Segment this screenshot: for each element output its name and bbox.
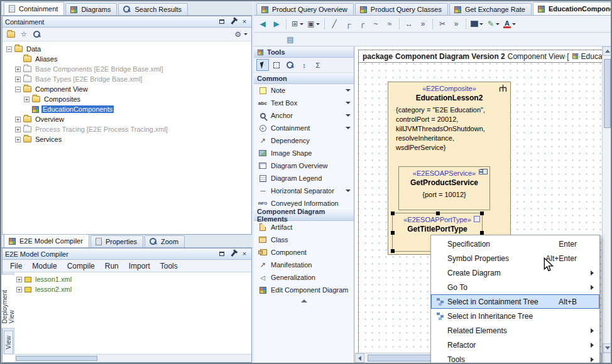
pin-button[interactable] [229,250,238,258]
menu-run[interactable]: Run [100,261,124,271]
menu-item-related-elements[interactable]: Related Elements [431,323,599,338]
tab-e2e-model-compiler[interactable]: E2E Model Compiler [4,234,89,247]
scroll-up-button[interactable] [603,46,612,56]
palette-header[interactable]: Tools [254,46,354,58]
add-shape-button[interactable]: ▣ [306,18,321,30]
menu-item-go-to[interactable]: Go To [431,280,599,294]
tree-item-educationcomponents[interactable]: EducationComponents [4,104,251,114]
palette-item-diagram-legend[interactable]: Diagram Legend [254,172,354,185]
vertical-scrollbar[interactable] [602,46,612,353]
expander-plus[interactable]: + [15,117,21,122]
tab-product-query-classes[interactable]: Product Query Classes [355,3,448,15]
menu-item-refactor[interactable]: Refactor [431,338,599,352]
tree-item-component-view[interactable]: −Component View [4,84,251,94]
compiler-item-lesson2-xml[interactable]: +lesson2.xml [16,284,251,294]
nav-forward-button[interactable]: ▶ [270,18,283,30]
palette-item-manifestation[interactable]: ↗Manifestation [254,259,354,271]
tab-product-query-overview[interactable]: Product Query Overview [256,3,354,15]
palette-item-diagram-overview[interactable]: Diagram Overview [254,159,354,172]
expander-plus[interactable]: + [15,127,21,132]
favorites-button[interactable]: ☆ [19,30,28,38]
palette-item-generalization[interactable]: ◁Generalization [254,271,354,284]
tab-educationcomponent[interactable]: EducationComponent... [533,2,612,15]
menu-item-specification[interactable]: SpecificationEnter [431,237,599,251]
pin-button[interactable] [229,18,238,26]
menu-item-symbol-properties[interactable]: Symbol PropertiesAlt+Enter [431,251,599,265]
palette-item-class[interactable]: Class [254,233,354,246]
summary-tool[interactable]: Σ [312,59,324,71]
palette-item-image-shape[interactable]: Image Shape [254,147,354,159]
selection-handle[interactable] [391,211,395,215]
palette-item-note[interactable]: Note [254,84,354,97]
tree-item-base-types-e2e-bridge-base-xml[interactable]: +Base Types [E2E Bridge Base.xml] [4,74,251,84]
menu-item-tools[interactable]: Tools [431,352,599,364]
menu-compile[interactable]: Compile [62,261,100,271]
palette-item-artifact[interactable]: Artifact [254,221,354,233]
tab-get-exchange-rate[interactable]: Get Exchange Rate [449,3,532,15]
expander-plus[interactable]: + [15,77,21,82]
tree-item-overview[interactable]: +Overview [4,114,251,124]
menu-item-select-in-containment-tree[interactable]: Select in Containment TreeAlt+B [431,294,599,309]
scroll-down-button[interactable] [603,343,612,353]
image-style-button[interactable] [469,18,484,30]
tree-item-data[interactable]: −Data [4,44,251,54]
expander-plus[interactable]: + [16,287,22,292]
menu-module[interactable]: Module [27,261,62,271]
nav-back-button[interactable]: ◀ [256,18,269,30]
selection-handle[interactable] [391,249,395,253]
rectilinear-path-button[interactable]: ┌ [342,18,354,30]
menu-tools[interactable]: Tools [155,261,183,271]
tree-item-composites[interactable]: +Composites [4,94,251,104]
tree-item-base-components-e2e-bridge-base-xml[interactable]: +Base Components [E2E Bridge Base.xml] [4,64,251,74]
tab-search-results[interactable]: Search Results [118,3,188,15]
float-button[interactable] [217,18,226,26]
menu-item-create-diagram[interactable]: Create Diagram [431,265,599,280]
more-edit-chevron[interactable]: » [450,18,462,30]
diagram-info-button[interactable]: ▤ [284,33,297,46]
tree-item-process-tracing-e2e-process-tracing-xml[interactable]: +Process Tracing [E2E Process Tracing.xm… [4,124,251,134]
component-educationlesson2[interactable]: «E2EComposite» EducationLesson2 {categor… [388,82,511,255]
more-tools-chevron[interactable]: » [417,18,429,30]
expander-plus[interactable]: + [16,277,22,282]
palette-section-component-diagram-elements[interactable]: Component Diagram Elements [254,210,354,221]
palette-item-horizontal-separator[interactable]: ----Horizontal Separator [254,185,354,197]
palette-section-common[interactable]: Common [254,73,354,84]
expander-plus[interactable]: + [15,67,21,72]
side-tab-view[interactable]: View [4,331,13,355]
marquee-tool[interactable] [270,59,283,71]
open-button[interactable] [6,30,15,38]
palette-item-containment[interactable]: +Containment [254,122,354,134]
highlighter-button[interactable]: ✎ [486,18,501,30]
selection-handle[interactable] [436,211,440,215]
scrollbar-thumb[interactable] [16,356,97,361]
close-button[interactable]: × [240,18,249,26]
palette-item-anchor[interactable]: Anchor [254,109,354,122]
scrollbar-thumb[interactable] [604,59,611,128]
menu-file[interactable]: File [5,261,27,271]
custom-path-button[interactable]: ≈ [383,18,396,30]
font-color-button[interactable]: A [502,18,517,30]
palette-item-text-box[interactable]: abcText Box [254,97,354,109]
expander-minus[interactable]: − [15,87,21,92]
resize-button[interactable]: ↔ [403,18,415,30]
tree-item-aliases[interactable]: Aliases [4,54,251,64]
layout-button[interactable]: ⊞ [290,18,305,30]
selection-handle[interactable] [391,231,395,235]
component-getproductservice[interactable]: «E2ESOAPService» GetProductService {port… [398,166,490,210]
compiler-tree[interactable]: +lesson1.xml+lesson2.xml [14,272,251,354]
tree-item-services[interactable]: +Services [4,134,251,144]
settings-button[interactable]: ⚙ [234,30,248,39]
curved-path-button[interactable]: ~ [369,18,382,30]
zoom-tool[interactable] [284,59,297,71]
rounded-path-button[interactable]: ╭ [356,18,368,30]
expander-plus[interactable]: + [24,97,30,102]
scroll-left-button[interactable] [355,353,364,363]
align-tool[interactable]: ↕ [298,59,310,71]
search-button[interactable] [33,30,41,38]
select-tool[interactable] [256,59,269,71]
palette-collapse-button[interactable] [254,296,354,306]
compiler-item-lesson1-xml[interactable]: +lesson1.xml [16,274,251,284]
expander-plus[interactable]: + [15,137,21,142]
tab-diagrams[interactable]: Diagrams [65,3,117,15]
tab-properties[interactable]: Properties [90,235,143,247]
